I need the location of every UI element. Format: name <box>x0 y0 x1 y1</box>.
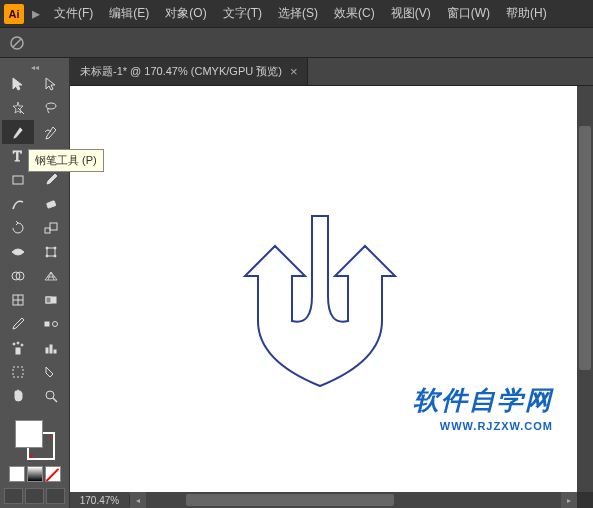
toolbar: ◂◂ T <box>0 58 70 508</box>
svg-point-23 <box>52 322 57 327</box>
svg-line-1 <box>13 39 21 47</box>
pen-tool[interactable] <box>2 120 34 144</box>
svg-rect-29 <box>50 345 52 353</box>
eyedropper-tool[interactable] <box>2 312 34 336</box>
scroll-right-icon[interactable]: ▸ <box>561 492 577 508</box>
gradient-tool[interactable] <box>35 288 67 312</box>
draw-mode-inside[interactable] <box>46 488 65 504</box>
svg-rect-6 <box>13 176 23 184</box>
svg-rect-8 <box>45 228 50 233</box>
tab-title: 未标题-1* @ 170.47% (CMYK/GPU 预览) <box>80 64 282 79</box>
toolbar-collapse[interactable]: ◂◂ <box>0 62 69 72</box>
svg-point-25 <box>13 343 15 345</box>
svg-point-26 <box>17 342 19 344</box>
menu-select[interactable]: 选择(S) <box>270 1 326 26</box>
color-mode-solid[interactable] <box>9 466 25 482</box>
svg-rect-30 <box>54 350 56 353</box>
watermark-text: 软件自学网 <box>413 383 553 418</box>
tab-bar: 未标题-1* @ 170.47% (CMYK/GPU 预览) × <box>70 58 593 86</box>
svg-point-12 <box>54 247 56 249</box>
svg-point-13 <box>46 255 48 257</box>
svg-point-14 <box>54 255 56 257</box>
fill-color[interactable] <box>15 420 43 448</box>
document-tab[interactable]: 未标题-1* @ 170.47% (CMYK/GPU 预览) × <box>70 58 308 85</box>
column-graph-tool[interactable] <box>35 336 67 360</box>
magic-wand-tool[interactable] <box>2 96 34 120</box>
watermark-url: WWW.RJZXW.COM <box>413 420 553 432</box>
svg-rect-7 <box>46 201 55 208</box>
options-bar <box>0 28 593 58</box>
fill-stroke-selector[interactable] <box>15 420 55 460</box>
watermark: 软件自学网 WWW.RJZXW.COM <box>413 383 553 432</box>
lasso-tool[interactable] <box>35 96 67 120</box>
color-mode-gradient[interactable] <box>27 466 43 482</box>
document-area: 未标题-1* @ 170.47% (CMYK/GPU 预览) × 软件自学网 W… <box>70 58 593 508</box>
zoom-level[interactable]: 170.47% <box>70 495 130 506</box>
scrollbar-vertical[interactable] <box>577 86 593 492</box>
width-tool[interactable] <box>2 240 34 264</box>
svg-rect-31 <box>13 367 23 377</box>
menu-type[interactable]: 文字(T) <box>215 1 270 26</box>
main-area: ◂◂ T <box>0 58 593 508</box>
svg-rect-28 <box>46 348 48 353</box>
tab-close-icon[interactable]: × <box>290 64 298 79</box>
zoom-tool[interactable] <box>35 384 67 408</box>
svg-line-33 <box>53 398 57 402</box>
tooltip: 钢笔工具 (P) <box>28 149 104 172</box>
anchor-artwork <box>240 206 400 400</box>
menu-file[interactable]: 文件(F) <box>46 1 101 26</box>
scroll-left-icon[interactable]: ◂ <box>130 492 146 508</box>
svg-rect-24 <box>16 348 20 354</box>
svg-rect-21 <box>46 297 51 303</box>
rotate-tool[interactable] <box>2 216 34 240</box>
artboard-tool[interactable] <box>2 360 34 384</box>
menu-edit[interactable]: 编辑(E) <box>101 1 157 26</box>
draw-mode-normal[interactable] <box>4 488 23 504</box>
slice-tool[interactable] <box>35 360 67 384</box>
direct-selection-tool[interactable] <box>35 72 67 96</box>
perspective-grid-tool[interactable] <box>35 264 67 288</box>
scroll-thumb-vertical[interactable] <box>579 126 591 370</box>
scroll-thumb-horizontal[interactable] <box>186 494 394 506</box>
svg-point-32 <box>46 391 54 399</box>
shape-builder-tool[interactable] <box>2 264 34 288</box>
symbol-sprayer-tool[interactable] <box>2 336 34 360</box>
free-transform-tool[interactable] <box>35 240 67 264</box>
curvature-tool[interactable] <box>35 120 67 144</box>
expand-icon[interactable]: ▸ <box>32 4 40 23</box>
svg-text:T: T <box>13 149 22 164</box>
menu-object[interactable]: 对象(O) <box>157 1 214 26</box>
svg-rect-10 <box>47 248 55 256</box>
scale-tool[interactable] <box>35 216 67 240</box>
menu-view[interactable]: 视图(V) <box>383 1 439 26</box>
shaper-tool[interactable] <box>2 192 34 216</box>
color-section <box>0 416 69 508</box>
svg-rect-9 <box>50 223 57 230</box>
blend-tool[interactable] <box>35 312 67 336</box>
menu-help[interactable]: 帮助(H) <box>498 1 555 26</box>
no-selection-icon <box>8 34 26 52</box>
ai-logo: Ai <box>4 4 24 24</box>
menu-window[interactable]: 窗口(W) <box>439 1 498 26</box>
canvas[interactable]: 软件自学网 WWW.RJZXW.COM <box>70 86 577 492</box>
menu-effect[interactable]: 效果(C) <box>326 1 383 26</box>
svg-point-27 <box>21 344 23 346</box>
svg-rect-22 <box>45 322 49 326</box>
menubar: Ai ▸ 文件(F) 编辑(E) 对象(O) 文字(T) 选择(S) 效果(C)… <box>0 0 593 28</box>
scrollbar-horizontal[interactable]: 170.47% ◂ ▸ <box>70 492 577 508</box>
svg-point-11 <box>46 247 48 249</box>
mesh-tool[interactable] <box>2 288 34 312</box>
selection-tool[interactable] <box>2 72 34 96</box>
eraser-tool[interactable] <box>35 192 67 216</box>
draw-mode-behind[interactable] <box>25 488 44 504</box>
hand-tool[interactable] <box>2 384 34 408</box>
color-mode-none[interactable] <box>45 466 61 482</box>
